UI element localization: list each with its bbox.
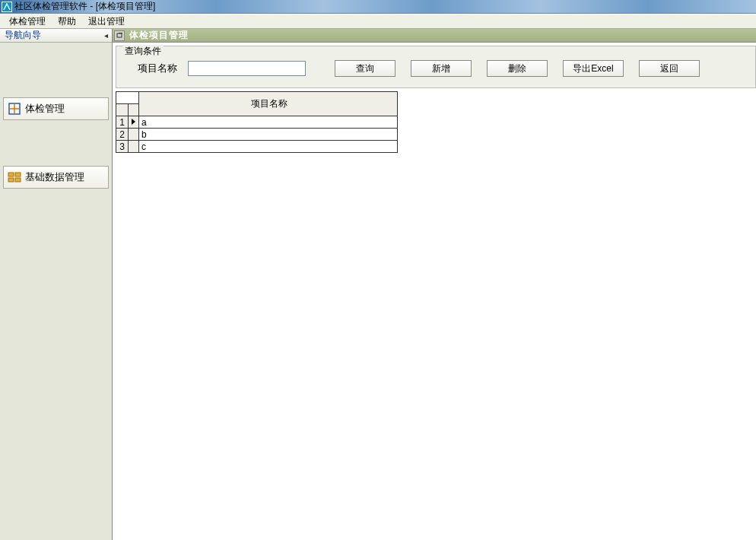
sidebar-body: 体检管理 基础数据管理: [0, 43, 112, 540]
svg-rect-6: [119, 33, 122, 33]
cell-project-name[interactable]: b: [139, 129, 398, 141]
svg-rect-2: [15, 173, 21, 176]
query-button[interactable]: 查询: [335, 60, 395, 77]
data-grid-area: 项目名称 1 a 2 b: [116, 91, 756, 153]
content-title: 体检项目管理: [129, 29, 189, 42]
svg-rect-5: [117, 33, 122, 37]
svg-rect-4: [15, 178, 21, 182]
menu-help[interactable]: 帮助: [52, 14, 82, 30]
row-number: 2: [116, 129, 129, 141]
row-marker-icon: [129, 116, 139, 129]
basedata-icon: [7, 170, 22, 185]
menu-exam[interactable]: 体检管理: [3, 14, 52, 30]
restore-icon[interactable]: [114, 30, 125, 41]
add-button[interactable]: 新增: [411, 60, 472, 77]
nav-basedata-management[interactable]: 基础数据管理: [3, 166, 109, 189]
app-icon: [2, 2, 12, 12]
svg-rect-3: [8, 178, 14, 182]
content-area: 体检项目管理 查询条件 项目名称 查询 新增 删除 导出Excel 返回 项目名: [113, 29, 756, 540]
cell-project-name[interactable]: c: [139, 141, 398, 153]
table-row[interactable]: 1 a: [116, 116, 398, 129]
grid-corner: [116, 104, 129, 116]
table-row[interactable]: 3 c: [116, 141, 398, 153]
field-label-project-name: 项目名称: [138, 62, 177, 75]
row-marker-empty: [129, 129, 139, 141]
sidebar: 导航向导 ◂ 体检管理: [0, 29, 113, 540]
nav-exam-label: 体检管理: [25, 102, 65, 116]
row-number: 1: [116, 116, 129, 129]
window-titlebar: 社区体检管理软件 - [体检项目管理]: [0, 0, 756, 14]
menubar: 体检管理 帮助 退出管理: [0, 14, 756, 29]
sidebar-title: 导航向导: [5, 29, 41, 42]
content-titlebar: 体检项目管理: [113, 29, 756, 43]
back-button[interactable]: 返回: [639, 60, 700, 77]
cell-project-name[interactable]: a: [139, 116, 398, 129]
row-number: 3: [116, 141, 129, 153]
row-marker-empty: [129, 141, 139, 153]
query-panel-title: 查询条件: [122, 45, 164, 58]
delete-button[interactable]: 删除: [487, 60, 548, 77]
project-name-input[interactable]: [188, 61, 306, 76]
window-title: 社区体检管理软件 - [体检项目管理]: [14, 0, 155, 13]
menu-exit[interactable]: 退出管理: [82, 14, 131, 30]
grid-header-name[interactable]: 项目名称: [139, 92, 398, 116]
data-grid[interactable]: 项目名称 1 a 2 b: [116, 91, 398, 153]
nav-exam-management[interactable]: 体检管理: [3, 97, 109, 120]
export-excel-button[interactable]: 导出Excel: [563, 60, 624, 77]
svg-rect-1: [8, 173, 14, 176]
table-row[interactable]: 2 b: [116, 129, 398, 141]
sidebar-header: 导航向导 ◂: [0, 29, 112, 43]
exam-icon: [7, 101, 22, 116]
query-panel: 查询条件 项目名称 查询 新增 删除 导出Excel 返回: [116, 46, 756, 88]
nav-basedata-label: 基础数据管理: [25, 170, 84, 184]
collapse-left-icon[interactable]: ◂: [101, 31, 110, 40]
grid-marker-header: [129, 104, 139, 116]
